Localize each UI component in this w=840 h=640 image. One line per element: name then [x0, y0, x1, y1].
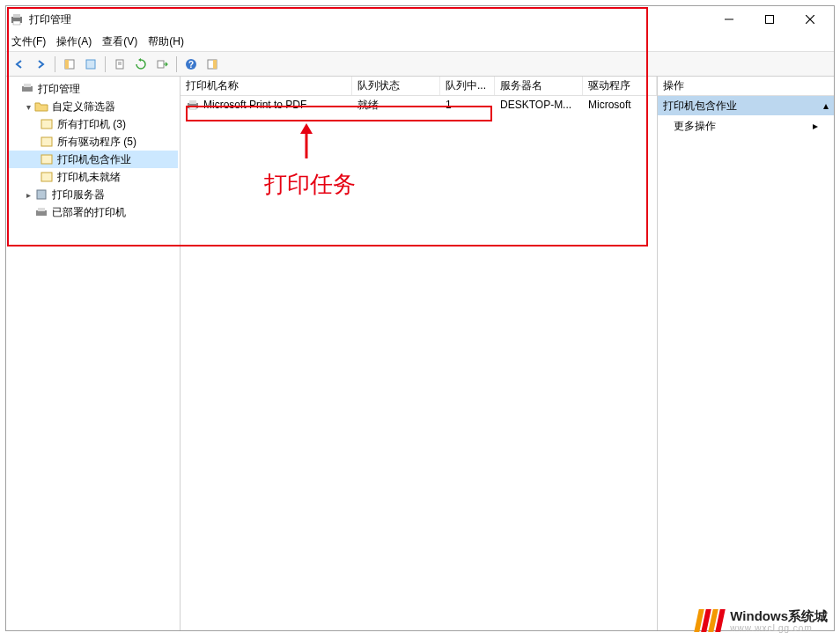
svg-rect-17 — [213, 60, 217, 69]
list-header: 打印机名称 队列状态 队列中... 服务器名 驱动程序 — [181, 77, 657, 96]
toolbar-refresh[interactable] — [131, 55, 151, 74]
close-button[interactable] — [790, 6, 830, 33]
minimize-button[interactable] — [709, 6, 749, 33]
svg-rect-19 — [24, 84, 31, 87]
tree-label: 已部署的打印机 — [52, 205, 126, 220]
folder-icon — [34, 99, 48, 114]
app-icon — [10, 12, 24, 26]
svg-rect-28 — [189, 100, 196, 104]
window-title: 打印管理 — [29, 12, 709, 27]
tree-printers-with-jobs[interactable]: 打印机包含作业 — [8, 151, 178, 168]
toolbar-help[interactable]: ? — [181, 55, 201, 74]
tree-all-drivers[interactable]: 所有驱动程序 (5) — [8, 133, 178, 151]
tree-label: 自定义筛选器 — [52, 99, 115, 114]
tree-label: 打印机包含作业 — [57, 152, 131, 167]
tree-label: 所有打印机 (3) — [57, 117, 126, 132]
tree-pane[interactable]: 打印管理 ▾ 自定义筛选器 所有打印机 (3) 所有驱动程序 (5) 打印机包含… — [6, 77, 181, 630]
toolbar-separator — [105, 56, 106, 72]
printer-row[interactable]: Microsoft Print to PDF 就绪 1 DESKTOP-M...… — [181, 96, 657, 114]
svg-rect-2 — [13, 21, 20, 25]
tree-deployed-printers[interactable]: 已部署的打印机 — [8, 203, 178, 221]
cell-queue-status: 就绪 — [352, 98, 440, 113]
printer-icon — [186, 98, 200, 112]
cell-printer-name: Microsoft Print to PDF — [181, 98, 352, 112]
action-selected-label: 打印机包含作业 — [663, 99, 737, 114]
menu-help[interactable]: 帮助(H) — [148, 34, 184, 49]
print-management-window: 打印管理 文件(F) 操作(A) 查看(V) 帮助(H) ? — [5, 5, 835, 631]
svg-rect-4 — [766, 16, 774, 24]
col-printer-name[interactable]: 打印机名称 — [181, 77, 352, 95]
window-controls — [709, 6, 830, 33]
svg-rect-8 — [65, 60, 69, 69]
svg-rect-29 — [189, 107, 196, 109]
tree-custom-filters[interactable]: ▾ 自定义筛选器 — [8, 98, 178, 115]
cell-server: DESKTOP-M... — [495, 99, 583, 111]
collapse-icon: ▴ — [823, 99, 829, 112]
col-server[interactable]: 服务器名 — [495, 77, 583, 95]
svg-rect-20 — [41, 120, 52, 129]
printer-icon — [34, 205, 48, 219]
menu-view[interactable]: 查看(V) — [102, 34, 137, 49]
toolbar-separator — [176, 56, 177, 72]
tree-all-printers[interactable]: 所有打印机 (3) — [8, 115, 178, 133]
filter-icon — [40, 117, 54, 131]
tree-root[interactable]: 打印管理 — [8, 80, 178, 98]
toolbar-separator — [55, 56, 55, 72]
svg-rect-1 — [13, 14, 20, 18]
action-pane: 操作 打印机包含作业 ▴ 更多操作 ▸ — [658, 77, 834, 630]
action-selected-item[interactable]: 打印机包含作业 ▴ — [658, 96, 834, 115]
svg-rect-21 — [41, 137, 52, 146]
toolbar: ? — [6, 52, 834, 77]
server-icon — [34, 188, 48, 202]
svg-rect-24 — [37, 190, 46, 199]
toolbar-properties[interactable] — [81, 55, 100, 74]
svg-rect-22 — [41, 155, 52, 164]
svg-rect-23 — [41, 173, 52, 181]
titlebar: 打印管理 — [6, 6, 834, 33]
chevron-right-icon: ▸ — [813, 120, 818, 132]
toolbar-show-hide-tree[interactable] — [60, 55, 79, 74]
tree-print-servers[interactable]: ▸ 打印服务器 — [8, 186, 178, 203]
forward-button[interactable] — [31, 55, 50, 74]
tree-label: 打印管理 — [38, 82, 80, 97]
tree-label: 所有驱动程序 (5) — [57, 135, 136, 150]
col-jobs[interactable]: 队列中... — [440, 77, 495, 95]
menubar: 文件(F) 操作(A) 查看(V) 帮助(H) — [6, 33, 834, 52]
list-body[interactable]: Microsoft Print to PDF 就绪 1 DESKTOP-M...… — [181, 96, 657, 630]
printer-name-text: Microsoft Print to PDF — [203, 99, 306, 111]
list-pane: 打印机名称 队列状态 队列中... 服务器名 驱动程序 Microsoft Pr… — [181, 77, 658, 630]
col-driver[interactable]: 驱动程序 — [583, 77, 657, 95]
back-button[interactable] — [10, 55, 29, 74]
tree-label: 打印机未就绪 — [57, 170, 121, 185]
filter-icon — [40, 170, 54, 184]
print-management-icon — [20, 82, 34, 96]
maximize-button[interactable] — [749, 6, 790, 33]
tree-label: 打印服务器 — [52, 188, 105, 202]
action-more[interactable]: 更多操作 ▸ — [658, 115, 834, 136]
filter-icon — [40, 135, 54, 149]
cell-driver: Microsoft — [583, 99, 657, 111]
svg-rect-13 — [158, 61, 164, 68]
action-more-label: 更多操作 — [674, 119, 716, 134]
menu-action[interactable]: 操作(A) — [56, 34, 92, 49]
svg-text:?: ? — [188, 60, 194, 70]
col-queue-status[interactable]: 队列状态 — [352, 77, 440, 95]
content-area: 打印管理 ▾ 自定义筛选器 所有打印机 (3) 所有驱动程序 (5) 打印机包含… — [6, 77, 834, 630]
expander-icon[interactable]: ▸ — [22, 190, 34, 200]
svg-rect-26 — [38, 208, 45, 211]
tree-printers-not-ready[interactable]: 打印机未就绪 — [8, 168, 178, 186]
filter-icon — [40, 152, 54, 166]
expander-icon[interactable]: ▾ — [22, 102, 34, 112]
toolbar-export-list[interactable] — [152, 55, 172, 74]
cell-jobs: 1 — [440, 99, 495, 111]
svg-rect-9 — [86, 60, 95, 69]
toolbar-export[interactable] — [110, 55, 129, 74]
menu-file[interactable]: 文件(F) — [11, 34, 46, 49]
action-pane-header: 操作 — [658, 77, 834, 96]
toolbar-action-pane[interactable] — [203, 55, 222, 74]
